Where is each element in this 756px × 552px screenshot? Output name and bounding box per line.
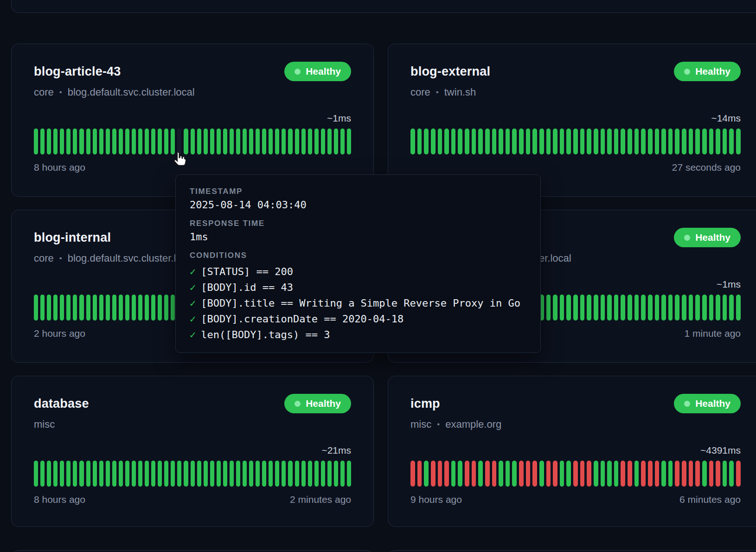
- uptime-bar[interactable]: [573, 461, 578, 487]
- uptime-bar[interactable]: [301, 461, 306, 487]
- uptime-bar[interactable]: [526, 128, 531, 154]
- uptime-bar[interactable]: [171, 461, 175, 487]
- uptime-bar[interactable]: [347, 128, 351, 154]
- uptime-bar[interactable]: [661, 295, 666, 321]
- uptime-bar[interactable]: [668, 295, 673, 321]
- uptime-bar[interactable]: [217, 128, 221, 154]
- uptime-bar[interactable]: [321, 128, 325, 154]
- uptime-bar[interactable]: [506, 128, 510, 154]
- uptime-bar[interactable]: [151, 295, 155, 321]
- uptime-bar[interactable]: [580, 461, 585, 487]
- uptime-bar[interactable]: [191, 128, 195, 154]
- uptime-bar[interactable]: [112, 461, 116, 487]
- uptime-bar[interactable]: [340, 461, 345, 487]
- uptime-bar[interactable]: [736, 295, 741, 321]
- uptime-bar[interactable]: [269, 461, 273, 487]
- uptime-bar[interactable]: [553, 295, 557, 321]
- uptime-bar[interactable]: [314, 128, 319, 154]
- uptime-bar[interactable]: [661, 461, 666, 487]
- uptime-bar[interactable]: [53, 128, 58, 154]
- uptime-bar[interactable]: [655, 295, 660, 321]
- uptime-bar[interactable]: [106, 128, 110, 154]
- uptime-bar[interactable]: [243, 461, 247, 487]
- uptime-bar[interactable]: [587, 295, 591, 321]
- uptime-bar[interactable]: [417, 461, 422, 487]
- uptime-bar[interactable]: [444, 461, 449, 487]
- uptime-bar[interactable]: [410, 128, 415, 154]
- uptime-bar[interactable]: [526, 461, 531, 487]
- uptime-bar[interactable]: [472, 461, 476, 487]
- endpoint-title[interactable]: blog-article-43: [34, 64, 121, 79]
- uptime-bar[interactable]: [40, 295, 45, 321]
- uptime-bar[interactable]: [417, 128, 422, 154]
- uptime-bar[interactable]: [191, 461, 195, 487]
- uptime-bar[interactable]: [594, 295, 598, 321]
- uptime-bar[interactable]: [217, 461, 221, 487]
- uptime-bar[interactable]: [682, 461, 686, 487]
- uptime-bar[interactable]: [661, 128, 666, 154]
- uptime-bar[interactable]: [295, 128, 299, 154]
- uptime-bar[interactable]: [151, 461, 155, 487]
- uptime-bar[interactable]: [451, 461, 456, 487]
- uptime-bar[interactable]: [675, 295, 679, 321]
- uptime-bar[interactable]: [321, 461, 325, 487]
- uptime-bar[interactable]: [546, 461, 551, 487]
- uptime-bar[interactable]: [93, 128, 97, 154]
- uptime-bar[interactable]: [138, 295, 142, 321]
- uptime-bar[interactable]: [171, 128, 175, 154]
- uptime-bar[interactable]: [736, 461, 741, 487]
- uptime-bar[interactable]: [458, 461, 462, 487]
- uptime-bar[interactable]: [243, 128, 247, 154]
- uptime-bar[interactable]: [197, 128, 201, 154]
- uptime-bar[interactable]: [340, 128, 345, 154]
- uptime-bar[interactable]: [709, 128, 714, 154]
- uptime-bar[interactable]: [594, 128, 598, 154]
- uptime-bar[interactable]: [506, 461, 510, 487]
- uptime-bar[interactable]: [66, 128, 70, 154]
- uptime-bar[interactable]: [184, 128, 188, 154]
- uptime-bar[interactable]: [34, 128, 38, 154]
- uptime-bar[interactable]: [716, 295, 720, 321]
- uptime-bar[interactable]: [236, 128, 240, 154]
- uptime-bar[interactable]: [607, 295, 612, 321]
- endpoint-title[interactable]: blog-external: [410, 64, 490, 79]
- uptime-bar[interactable]: [512, 128, 517, 154]
- uptime-bar[interactable]: [566, 128, 571, 154]
- uptime-bar[interactable]: [628, 295, 632, 321]
- uptime-bar[interactable]: [532, 128, 537, 154]
- uptime-bar[interactable]: [485, 461, 490, 487]
- uptime-bar[interactable]: [695, 461, 700, 487]
- uptime-bar[interactable]: [60, 295, 64, 321]
- uptime-bar[interactable]: [587, 461, 591, 487]
- uptime-bar[interactable]: [641, 461, 646, 487]
- uptime-bar[interactable]: [410, 461, 415, 487]
- uptime-bar[interactable]: [334, 461, 338, 487]
- uptime-bar[interactable]: [634, 295, 639, 321]
- uptime-bar[interactable]: [99, 295, 103, 321]
- uptime-bar[interactable]: [112, 295, 116, 321]
- uptime-bar[interactable]: [184, 461, 188, 487]
- uptime-bar[interactable]: [499, 461, 503, 487]
- uptime-bar[interactable]: [695, 128, 700, 154]
- uptime-bar[interactable]: [73, 295, 77, 321]
- uptime-bar[interactable]: [546, 128, 551, 154]
- uptime-bar[interactable]: [573, 295, 578, 321]
- uptime-bar[interactable]: [236, 461, 240, 487]
- uptime-bar[interactable]: [716, 128, 720, 154]
- uptime-bar[interactable]: [702, 295, 707, 321]
- uptime-bar[interactable]: [729, 128, 734, 154]
- uptime-bar[interactable]: [655, 461, 660, 487]
- uptime-bar[interactable]: [151, 128, 155, 154]
- endpoint-title[interactable]: icmp: [410, 397, 440, 411]
- uptime-bar[interactable]: [641, 295, 646, 321]
- uptime-bar[interactable]: [53, 295, 58, 321]
- uptime-bar[interactable]: [675, 128, 679, 154]
- uptime-bar[interactable]: [295, 461, 299, 487]
- uptime-bar[interactable]: [655, 128, 660, 154]
- uptime-bar[interactable]: [546, 295, 551, 321]
- uptime-bar[interactable]: [34, 461, 38, 487]
- uptime-bar[interactable]: [79, 128, 83, 154]
- uptime-bar[interactable]: [308, 128, 312, 154]
- uptime-bar[interactable]: [723, 295, 727, 321]
- uptime-bar[interactable]: [197, 461, 201, 487]
